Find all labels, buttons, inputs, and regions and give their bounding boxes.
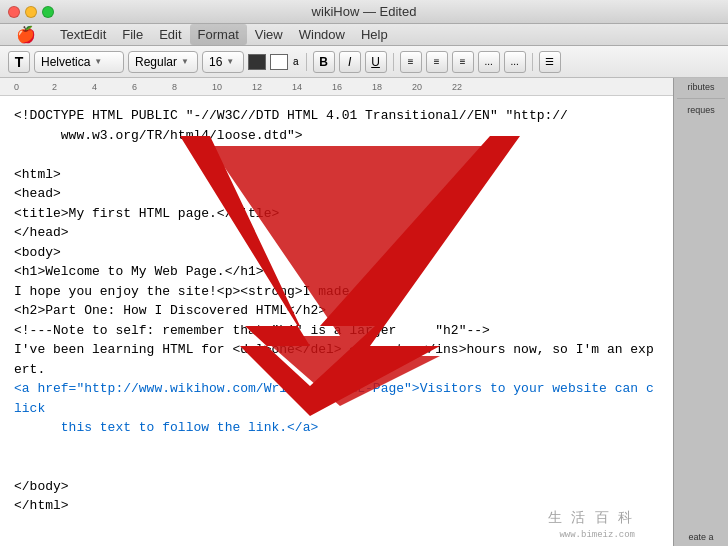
menu-view[interactable]: View — [247, 24, 291, 45]
font-size-dropdown[interactable]: 16 ▼ — [202, 51, 244, 73]
menu-edit[interactable]: Edit — [151, 24, 189, 45]
menu-textedit[interactable]: TextEdit — [52, 24, 114, 45]
watermark-url: www.bimeiz.com — [559, 529, 635, 543]
doc-line-10: <h2>Part One: How I Discovered HTML</h2> — [14, 301, 659, 321]
font-style-dropdown[interactable]: Regular ▼ — [128, 51, 198, 73]
traffic-lights — [8, 6, 54, 18]
maximize-button[interactable] — [42, 6, 54, 18]
minimize-button[interactable] — [25, 6, 37, 18]
ruler-mark-22: 22 — [452, 82, 462, 92]
doc-line-2 — [14, 145, 659, 165]
text-color-swatch[interactable] — [248, 54, 266, 70]
italic-button[interactable]: I — [339, 51, 361, 73]
ruler-mark-0: 0 — [14, 82, 19, 92]
doc-line-12: I've been learning HTML for <del>one</de… — [14, 340, 659, 379]
apple-menu[interactable]: 🍎 — [8, 24, 44, 45]
menu-window[interactable]: Window — [291, 24, 353, 45]
doc-line-11: <!---Note to self: remember that "h1" is… — [14, 321, 659, 341]
font-size-value: 16 — [209, 55, 222, 69]
ruler-mark-4: 4 — [92, 82, 97, 92]
align-right-button[interactable]: ≡ — [452, 51, 474, 73]
document-panel: 0 2 4 6 8 10 12 14 16 18 20 22 — [0, 78, 673, 546]
ruler-mark-6: 6 — [132, 82, 137, 92]
right-panel-divider-1 — [677, 98, 725, 99]
ruler-mark-2: 2 — [52, 82, 57, 92]
doc-line-14: this text to follow the link.</a> — [14, 418, 659, 438]
menu-format[interactable]: Format — [190, 24, 247, 45]
right-panel-middle-label: reques — [687, 105, 715, 115]
right-panel: ributes reques eate a — [673, 78, 728, 546]
right-panel-spacer — [677, 121, 725, 526]
doc-line-6: </head> — [14, 223, 659, 243]
ruler: 0 2 4 6 8 10 12 14 16 18 20 22 — [0, 78, 673, 96]
ruler-mark-12: 12 — [252, 82, 262, 92]
ruler-mark-8: 8 — [172, 82, 177, 92]
font-style-arrow: ▼ — [181, 57, 189, 66]
ruler-mark-14: 14 — [292, 82, 302, 92]
color-label: a — [293, 56, 299, 67]
doc-line-16 — [14, 457, 659, 477]
ruler-mark-18: 18 — [372, 82, 382, 92]
doc-line-8: <h1>Welcome to My Web Page.</h1> — [14, 262, 659, 282]
watermark-chinese: 生 活 百 科 — [548, 507, 636, 528]
doc-line-1: www.w3.org/TR/html4/loose.dtd"> — [14, 126, 659, 146]
ruler-mark-10: 10 — [212, 82, 222, 92]
font-family-value: Helvetica — [41, 55, 90, 69]
align-left-button[interactable]: ≡ — [400, 51, 422, 73]
ruler-mark-16: 16 — [332, 82, 342, 92]
document-content[interactable]: <!DOCTYPE HTML PUBLIC "-//W3C//DTD HTML … — [0, 96, 673, 546]
bold-button[interactable]: B — [313, 51, 335, 73]
text-style-button[interactable]: T — [8, 51, 30, 73]
right-panel-bottom-label: eate a — [688, 532, 713, 542]
doc-line-5: <title>My first HTML page.</title> — [14, 204, 659, 224]
right-panel-top: ributes — [677, 82, 725, 92]
separator-1 — [306, 53, 307, 71]
menubar: 🍎 TextEdit File Edit Format View Window … — [0, 24, 728, 46]
separator-2 — [393, 53, 394, 71]
right-panel-middle: reques — [677, 105, 725, 115]
titlebar: wikiHow — Edited — [0, 0, 728, 24]
bg-color-swatch[interactable] — [270, 54, 288, 70]
more-button[interactable]: ... — [504, 51, 526, 73]
doc-line-15 — [14, 438, 659, 458]
ruler-mark-20: 20 — [412, 82, 422, 92]
justify-button[interactable]: ... — [478, 51, 500, 73]
menu-help[interactable]: Help — [353, 24, 396, 45]
font-style-value: Regular — [135, 55, 177, 69]
right-panel-bottom: eate a — [677, 532, 725, 542]
underline-button[interactable]: U — [365, 51, 387, 73]
doc-line-7: <body> — [14, 243, 659, 263]
doc-line-9: I hope you enjoy the site!<p><strong>I m… — [14, 282, 659, 302]
font-family-dropdown[interactable]: Helvetica ▼ — [34, 51, 124, 73]
ruler-inner: 0 2 4 6 8 10 12 14 16 18 20 22 — [0, 78, 673, 95]
doc-line-0: <!DOCTYPE HTML PUBLIC "-//W3C//DTD HTML … — [14, 106, 659, 126]
separator-3 — [532, 53, 533, 71]
doc-line-4: <head> — [14, 184, 659, 204]
doc-line-3: <html> — [14, 165, 659, 185]
app-window: wikiHow — Edited 🍎 TextEdit File Edit Fo… — [0, 0, 728, 546]
toolbar: T Helvetica ▼ Regular ▼ 16 ▼ a B I U ≡ ≡… — [0, 46, 728, 78]
close-button[interactable] — [8, 6, 20, 18]
right-panel-top-label: ributes — [687, 82, 714, 92]
main-area: 0 2 4 6 8 10 12 14 16 18 20 22 — [0, 78, 728, 546]
list-button[interactable]: ☰ — [539, 51, 561, 73]
align-center-button[interactable]: ≡ — [426, 51, 448, 73]
font-size-arrow: ▼ — [226, 57, 234, 66]
doc-line-13: <a href="http://www.wikihow.com/Write-an… — [14, 379, 659, 418]
menu-file[interactable]: File — [114, 24, 151, 45]
window-title: wikiHow — Edited — [312, 4, 417, 19]
font-family-arrow: ▼ — [94, 57, 102, 66]
doc-line-17: </body> — [14, 477, 659, 497]
